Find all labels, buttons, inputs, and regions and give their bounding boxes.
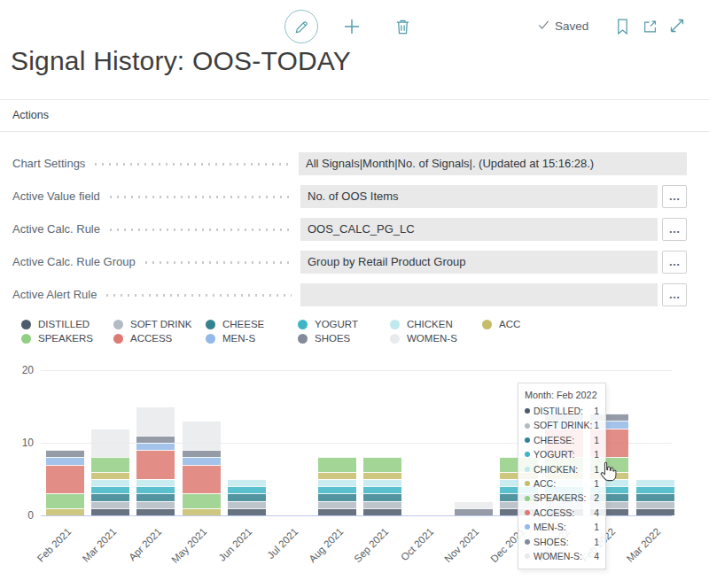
tooltip-value: 1	[594, 404, 599, 418]
legend-label: ACCESS	[130, 333, 172, 344]
tooltip-dot	[525, 437, 530, 443]
page-title: Signal History: OOS-TODAY	[11, 46, 351, 76]
field-label: Active Value field	[12, 185, 100, 208]
tooltip-title: Month: Feb 2022	[525, 390, 599, 400]
bar-jun-2021[interactable]	[228, 479, 266, 515]
tooltip-label: DISTILLED:	[534, 404, 592, 418]
legend-dot	[298, 334, 308, 344]
legend-dot	[390, 320, 400, 329]
bar-segment-men-s	[136, 443, 175, 450]
legend-label: SOFT DRINK	[130, 319, 191, 329]
bar-nov-2021[interactable]	[455, 501, 493, 515]
tooltip-value: 4	[594, 506, 599, 520]
tooltip-dot	[525, 481, 530, 486]
bar-apr-2021[interactable]	[136, 406, 175, 515]
ellipsis-button-active-calc-rule-group[interactable]: …	[662, 251, 687, 274]
popout-icon	[642, 24, 658, 37]
legend-label: CHICKEN	[407, 319, 453, 329]
expand-icon	[669, 23, 685, 36]
delete-button[interactable]	[393, 17, 412, 36]
bar-segment-chicken	[363, 479, 401, 486]
actions-menubar: Actions	[0, 99, 709, 132]
edit-button[interactable]	[284, 10, 318, 43]
ellipsis-button-active-value-field[interactable]: …	[662, 185, 687, 208]
tooltip-row-men-s: MEN-S:1	[525, 520, 599, 534]
plus-icon	[342, 26, 362, 39]
x-tick-label-jul-2021: Jul 2021	[252, 526, 300, 574]
dotted-leader	[107, 196, 292, 198]
legend-item-yogurt[interactable]: YOGURT	[298, 319, 390, 329]
x-tick-label-apr-2021: Apr 2021	[116, 526, 164, 574]
legend-dot	[390, 334, 400, 344]
legend-item-distilled[interactable]: DISTILLED	[21, 319, 113, 329]
legend-label: WOMEN-S	[407, 333, 457, 344]
bar-may-2021[interactable]	[183, 421, 221, 515]
bar-segment-yogurt	[136, 486, 175, 493]
ellipsis-button-active-alert-rule[interactable]: …	[662, 283, 687, 306]
bar-segment-men-s	[183, 457, 221, 464]
bar-segment-yogurt	[636, 486, 674, 493]
bar-segment-shoes	[46, 450, 84, 457]
bar-segment-soft-drink	[136, 501, 175, 508]
tooltip-dot	[525, 553, 530, 559]
bar-mar-2021[interactable]	[91, 429, 129, 515]
legend-label: DISTILLED	[38, 319, 90, 329]
tooltip-row-yogurt: YOGURT:1	[525, 447, 599, 461]
field-value-active-alert-rule[interactable]	[300, 283, 658, 306]
tooltip-label: SHOES:	[534, 535, 592, 549]
bar-sep-2021[interactable]	[363, 457, 401, 515]
save-status-label: Saved	[555, 19, 588, 33]
legend-item-chicken[interactable]: CHICKEN	[390, 319, 482, 329]
popout-button[interactable]	[642, 19, 658, 35]
bar-feb-2021[interactable]	[46, 450, 84, 515]
legend-item-women-s[interactable]: WOMEN-S	[390, 333, 482, 344]
actions-menu-item[interactable]: Actions	[12, 100, 49, 131]
bar-segment-cheese	[91, 493, 129, 500]
save-status: Saved	[538, 19, 588, 33]
legend-item-men-s[interactable]: MEN-S	[206, 333, 298, 344]
field-value-active-value-field[interactable]: No. of OOS Items	[300, 185, 658, 208]
field-value-chart-settings[interactable]: All Signals|Month|No. of Signals|. (Upda…	[299, 152, 687, 175]
dotted-leader	[104, 294, 292, 297]
bar-segment-soft-drink	[318, 501, 356, 508]
bookmark-button[interactable]	[616, 18, 629, 35]
legend-item-cheese[interactable]: CHEESE	[206, 319, 298, 329]
tooltip-value: 4	[594, 549, 599, 563]
bar-segment-chicken	[636, 479, 674, 486]
tooltip-row-chicken: CHICKEN:1	[525, 462, 599, 476]
bar-segment-speakers	[183, 493, 221, 507]
bar-segment-shoes	[183, 450, 221, 457]
tooltip-value: 1	[594, 535, 599, 549]
legend-item-shoes[interactable]: SHOES	[298, 333, 390, 344]
legend-item-acc[interactable]: ACC	[482, 319, 574, 329]
bar-mar-2022[interactable]	[636, 479, 674, 515]
legend-label: SPEAKERS	[38, 333, 93, 344]
bar-segment-men-s	[46, 457, 84, 464]
tooltip-row-acc: ACC:1	[525, 476, 599, 491]
add-button[interactable]	[342, 17, 362, 36]
tooltip-label: CHICKEN:	[534, 462, 592, 476]
field-value-active-calc-rule[interactable]: OOS_CALC_PG_LC	[300, 218, 658, 241]
legend-dot	[21, 320, 31, 329]
legend-item-speakers[interactable]: SPEAKERS	[21, 333, 113, 344]
tooltip-value: 1	[594, 520, 599, 534]
tooltip-row-soft-drink: SOFT DRINK:1	[525, 418, 599, 432]
x-tick-label-may-2021: May 2021	[161, 526, 209, 574]
legend-label: MEN-S	[222, 333, 255, 344]
bar-segment-shoes	[455, 508, 493, 515]
bar-aug-2021[interactable]	[318, 457, 356, 515]
bar-segment-soft-drink	[228, 501, 266, 508]
y-tick-label-0: 0	[7, 509, 34, 522]
x-tick-label-oct-2021: Oct 2021	[388, 526, 436, 574]
ellipsis-button-active-calc-rule[interactable]: …	[662, 218, 687, 241]
legend-item-soft-drink[interactable]: SOFT DRINK	[113, 319, 206, 329]
expand-button[interactable]	[669, 18, 685, 34]
bar-segment-distilled	[228, 508, 266, 515]
bar-segment-yogurt	[91, 486, 129, 493]
bar-segment-women-s	[91, 429, 129, 458]
bar-segment-acc	[363, 472, 401, 479]
bar-segment-shoes	[136, 436, 175, 443]
field-value-active-calc-rule-group[interactable]: Group by Retail Product Group	[300, 251, 658, 274]
legend-item-access[interactable]: ACCESS	[113, 333, 206, 344]
tooltip-row-access: ACCESS:4	[525, 506, 599, 520]
